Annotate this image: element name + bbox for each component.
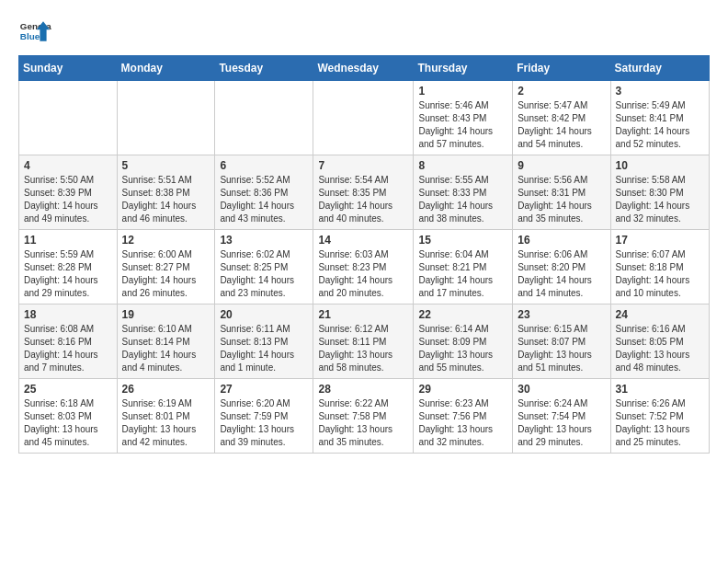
day-cell: 13Sunrise: 6:02 AM Sunset: 8:25 PM Dayli… <box>215 230 313 304</box>
day-number: 17 <box>616 234 704 247</box>
day-number: 27 <box>220 383 308 396</box>
weekday-header-sunday: Sunday <box>19 56 118 81</box>
day-cell: 6Sunrise: 5:52 AM Sunset: 8:36 PM Daylig… <box>215 155 313 230</box>
day-number: 9 <box>518 159 605 172</box>
weekday-header-row: SundayMondayTuesdayWednesdayThursdayFrid… <box>19 56 710 81</box>
day-number: 10 <box>616 159 704 172</box>
weekday-header-tuesday: Tuesday <box>215 56 313 81</box>
day-info: Sunrise: 6:15 AM Sunset: 8:07 PM Dayligh… <box>518 323 605 374</box>
day-number: 22 <box>418 308 507 321</box>
day-cell: 8Sunrise: 5:55 AM Sunset: 8:33 PM Daylig… <box>414 155 513 230</box>
day-info: Sunrise: 5:51 AM Sunset: 8:38 PM Dayligh… <box>122 174 210 225</box>
day-cell: 17Sunrise: 6:07 AM Sunset: 8:18 PM Dayli… <box>610 230 709 304</box>
day-info: Sunrise: 6:03 AM Sunset: 8:23 PM Dayligh… <box>318 248 408 300</box>
day-info: Sunrise: 6:22 AM Sunset: 7:58 PM Dayligh… <box>318 397 408 449</box>
week-row-3: 11Sunrise: 5:59 AM Sunset: 8:28 PM Dayli… <box>19 230 710 304</box>
day-info: Sunrise: 6:23 AM Sunset: 7:56 PM Dayligh… <box>418 397 507 449</box>
day-number: 2 <box>518 85 605 98</box>
day-info: Sunrise: 6:24 AM Sunset: 7:54 PM Dayligh… <box>518 397 605 449</box>
week-row-1: 1Sunrise: 5:46 AM Sunset: 8:43 PM Daylig… <box>19 81 710 155</box>
day-info: Sunrise: 6:04 AM Sunset: 8:21 PM Dayligh… <box>418 248 507 300</box>
day-number: 13 <box>220 234 308 247</box>
day-cell: 9Sunrise: 5:56 AM Sunset: 8:31 PM Daylig… <box>513 155 610 230</box>
day-info: Sunrise: 5:47 AM Sunset: 8:42 PM Dayligh… <box>518 99 605 151</box>
day-cell: 10Sunrise: 5:58 AM Sunset: 8:30 PM Dayli… <box>610 155 709 230</box>
day-number: 7 <box>318 159 408 172</box>
day-number: 14 <box>318 234 408 247</box>
day-cell: 31Sunrise: 6:26 AM Sunset: 7:52 PM Dayli… <box>610 379 709 454</box>
day-cell: 24Sunrise: 6:16 AM Sunset: 8:05 PM Dayli… <box>610 304 709 379</box>
day-number: 28 <box>318 383 408 396</box>
day-cell <box>117 81 215 155</box>
day-cell: 20Sunrise: 6:11 AM Sunset: 8:13 PM Dayli… <box>215 304 313 379</box>
day-info: Sunrise: 6:19 AM Sunset: 8:01 PM Dayligh… <box>122 397 210 449</box>
day-number: 24 <box>616 308 704 321</box>
day-info: Sunrise: 6:14 AM Sunset: 8:09 PM Dayligh… <box>418 323 507 374</box>
weekday-header-friday: Friday <box>513 56 610 81</box>
day-info: Sunrise: 6:02 AM Sunset: 8:25 PM Dayligh… <box>220 248 308 300</box>
day-number: 21 <box>318 308 408 321</box>
weekday-header-thursday: Thursday <box>414 56 513 81</box>
day-number: 26 <box>122 383 210 396</box>
day-cell: 11Sunrise: 5:59 AM Sunset: 8:28 PM Dayli… <box>19 230 118 304</box>
day-number: 23 <box>518 308 605 321</box>
day-number: 6 <box>220 159 308 172</box>
day-cell: 22Sunrise: 6:14 AM Sunset: 8:09 PM Dayli… <box>414 304 513 379</box>
day-number: 18 <box>24 308 112 321</box>
day-number: 19 <box>122 308 210 321</box>
weekday-header-wednesday: Wednesday <box>313 56 414 81</box>
day-info: Sunrise: 6:06 AM Sunset: 8:20 PM Dayligh… <box>518 248 605 300</box>
day-info: Sunrise: 5:59 AM Sunset: 8:28 PM Dayligh… <box>24 248 112 300</box>
day-cell: 14Sunrise: 6:03 AM Sunset: 8:23 PM Dayli… <box>313 230 414 304</box>
day-number: 30 <box>518 383 605 396</box>
day-cell <box>313 81 414 155</box>
day-number: 15 <box>418 234 507 247</box>
day-info: Sunrise: 6:26 AM Sunset: 7:52 PM Dayligh… <box>616 397 704 449</box>
weekday-header-monday: Monday <box>117 56 215 81</box>
day-cell: 26Sunrise: 6:19 AM Sunset: 8:01 PM Dayli… <box>117 379 215 454</box>
day-info: Sunrise: 5:49 AM Sunset: 8:41 PM Dayligh… <box>616 99 704 151</box>
weekday-header-saturday: Saturday <box>610 56 709 81</box>
day-number: 16 <box>518 234 605 247</box>
day-info: Sunrise: 5:54 AM Sunset: 8:35 PM Dayligh… <box>318 174 408 225</box>
day-number: 4 <box>24 159 112 172</box>
svg-text:Blue: Blue <box>20 31 40 41</box>
day-cell: 25Sunrise: 6:18 AM Sunset: 8:03 PM Dayli… <box>19 379 118 454</box>
day-info: Sunrise: 5:55 AM Sunset: 8:33 PM Dayligh… <box>418 174 507 225</box>
day-cell: 12Sunrise: 6:00 AM Sunset: 8:27 PM Dayli… <box>117 230 215 304</box>
page-header: General Blue <box>18 15 710 48</box>
day-number: 25 <box>24 383 112 396</box>
day-number: 8 <box>418 159 507 172</box>
day-info: Sunrise: 5:50 AM Sunset: 8:39 PM Dayligh… <box>24 174 112 225</box>
day-info: Sunrise: 6:12 AM Sunset: 8:11 PM Dayligh… <box>318 323 408 374</box>
day-info: Sunrise: 6:07 AM Sunset: 8:18 PM Dayligh… <box>616 248 704 300</box>
day-info: Sunrise: 5:58 AM Sunset: 8:30 PM Dayligh… <box>616 174 704 225</box>
day-number: 5 <box>122 159 210 172</box>
day-info: Sunrise: 5:52 AM Sunset: 8:36 PM Dayligh… <box>220 174 308 225</box>
day-info: Sunrise: 6:11 AM Sunset: 8:13 PM Dayligh… <box>220 323 308 374</box>
day-cell: 5Sunrise: 5:51 AM Sunset: 8:38 PM Daylig… <box>117 155 215 230</box>
day-info: Sunrise: 5:56 AM Sunset: 8:31 PM Dayligh… <box>518 174 605 225</box>
day-cell: 27Sunrise: 6:20 AM Sunset: 7:59 PM Dayli… <box>215 379 313 454</box>
day-info: Sunrise: 6:20 AM Sunset: 7:59 PM Dayligh… <box>220 397 308 449</box>
day-cell: 7Sunrise: 5:54 AM Sunset: 8:35 PM Daylig… <box>313 155 414 230</box>
day-number: 11 <box>24 234 112 247</box>
day-cell: 19Sunrise: 6:10 AM Sunset: 8:14 PM Dayli… <box>117 304 215 379</box>
week-row-5: 25Sunrise: 6:18 AM Sunset: 8:03 PM Dayli… <box>19 379 710 454</box>
day-number: 31 <box>616 383 704 396</box>
day-cell: 15Sunrise: 6:04 AM Sunset: 8:21 PM Dayli… <box>414 230 513 304</box>
calendar-table: SundayMondayTuesdayWednesdayThursdayFrid… <box>18 55 710 454</box>
day-cell: 29Sunrise: 6:23 AM Sunset: 7:56 PM Dayli… <box>414 379 513 454</box>
day-cell <box>19 81 118 155</box>
day-number: 29 <box>418 383 507 396</box>
day-cell <box>215 81 313 155</box>
logo-icon: General Blue <box>18 15 51 48</box>
day-cell: 4Sunrise: 5:50 AM Sunset: 8:39 PM Daylig… <box>19 155 118 230</box>
day-cell: 16Sunrise: 6:06 AM Sunset: 8:20 PM Dayli… <box>513 230 610 304</box>
day-info: Sunrise: 6:18 AM Sunset: 8:03 PM Dayligh… <box>24 397 112 449</box>
day-number: 1 <box>418 85 507 98</box>
day-cell: 2Sunrise: 5:47 AM Sunset: 8:42 PM Daylig… <box>513 81 610 155</box>
week-row-4: 18Sunrise: 6:08 AM Sunset: 8:16 PM Dayli… <box>19 304 710 379</box>
day-cell: 23Sunrise: 6:15 AM Sunset: 8:07 PM Dayli… <box>513 304 610 379</box>
day-cell: 28Sunrise: 6:22 AM Sunset: 7:58 PM Dayli… <box>313 379 414 454</box>
